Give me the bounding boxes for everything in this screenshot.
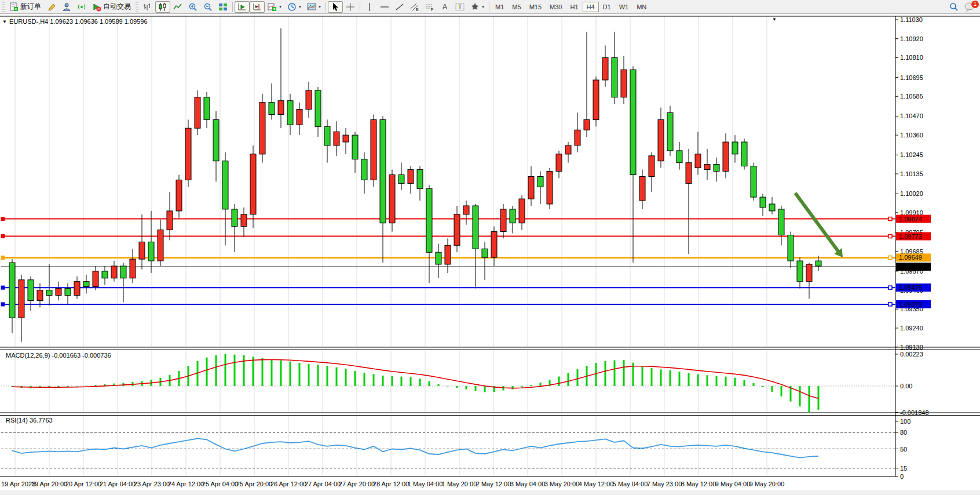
horizontal-line-icon — [380, 2, 389, 12]
chart-window: 19 Apr 202319 Apr 20:0020 Apr 12:0021 Ap… — [0, 14, 980, 495]
candle — [751, 166, 756, 198]
time-axis-label: 24 Apr 12:00 — [168, 481, 204, 487]
auto-trading-button[interactable]: 自动交易 — [89, 1, 134, 13]
candlestick-chart-button[interactable] — [155, 1, 170, 13]
mt4-terminal-window: { "toolbar": { "new_order_label": "新订单",… — [0, 0, 980, 495]
timeframe-button-m30[interactable]: M30 — [546, 2, 566, 12]
timeframe-button-h1[interactable]: H1 — [566, 2, 582, 12]
timeframe-toolbar: M1M5M15M30H1H4D1W1MN — [491, 2, 650, 12]
highlight-tool-button[interactable] — [44, 1, 59, 13]
candle — [65, 289, 71, 296]
price-axis-label: 1.09240 — [900, 325, 923, 332]
search-icon[interactable] — [949, 2, 958, 12]
fibonacci-tool[interactable]: F — [422, 1, 437, 13]
candle — [204, 97, 210, 120]
timeframe-button-m15[interactable]: M15 — [525, 2, 546, 12]
text-label-tool[interactable]: T — [452, 1, 467, 13]
candle — [185, 128, 191, 180]
price-axis-label: 1.10920 — [900, 35, 923, 42]
time-axis-label: 8 May 12:00 — [681, 481, 716, 487]
trendline-tool[interactable] — [392, 1, 407, 13]
candle — [658, 119, 664, 161]
macd-axis-label: 0.00 — [900, 383, 912, 390]
candle — [649, 156, 654, 177]
trendline-icon — [395, 2, 404, 12]
candle — [584, 119, 590, 130]
candle — [334, 132, 339, 145]
vertical-line-tool[interactable] — [362, 1, 377, 13]
rsi-axis-label: 50 — [900, 446, 907, 453]
timeframe-button-m1[interactable]: M1 — [491, 2, 508, 12]
auto-scroll-button[interactable] — [235, 1, 250, 13]
price-axis-label: 1.10810 — [900, 54, 923, 61]
line-chart-button[interactable] — [170, 1, 185, 13]
zoom-out-button[interactable] — [200, 1, 215, 13]
price-chart[interactable]: 19 Apr 202319 Apr 20:0020 Apr 12:0021 Ap… — [0, 14, 980, 495]
price-tag-label: 1.09649 — [899, 254, 922, 261]
candle — [426, 188, 432, 252]
timeframe-button-d1[interactable]: D1 — [599, 2, 615, 12]
rsi-axis-label: 0 — [900, 473, 904, 480]
indicators-dropdown[interactable]: ▾ — [265, 1, 284, 13]
toolbar-grip[interactable] — [2, 2, 5, 12]
timeframe-button-mn[interactable]: MN — [632, 2, 650, 12]
time-axis-label: 19 Apr 2023 — [1, 481, 35, 487]
crosshair-tool-button[interactable] — [343, 1, 358, 13]
label-icon: T — [455, 2, 465, 12]
profile-icon — [62, 2, 71, 12]
candle — [816, 261, 821, 266]
templates-dropdown[interactable]: ▾ — [304, 1, 324, 13]
text-icon: A — [440, 2, 449, 12]
toolbar-grip[interactable] — [136, 2, 138, 12]
highlighter-icon — [47, 2, 56, 12]
time-axis-label: 3 May 04:00 — [510, 481, 546, 487]
profile-button[interactable] — [59, 1, 74, 13]
bar-chart-button[interactable] — [140, 1, 155, 13]
candle — [222, 161, 228, 209]
candle — [232, 209, 237, 227]
zoom-in-button[interactable] — [185, 1, 200, 13]
timeframe-button-h4[interactable]: H4 — [583, 2, 599, 12]
templates-icon — [307, 2, 316, 12]
candle — [250, 154, 256, 214]
signal-button[interactable] — [74, 1, 89, 13]
chat-icon[interactable]: 1 — [964, 2, 975, 12]
timeframe-button-w1[interactable]: W1 — [615, 2, 633, 12]
price-tag-label: 1.09773 — [899, 233, 922, 240]
candle — [528, 177, 534, 199]
price-tag-label: 1.09874 — [899, 216, 922, 223]
tile-windows-button[interactable] — [215, 1, 231, 13]
candle — [704, 165, 710, 170]
candle — [19, 280, 24, 318]
main-toolbar: 新订单 自动交易 ▾ ▾ ▾ E F A T ▾ M1M5M1 — [0, 0, 980, 14]
candle — [158, 230, 163, 261]
channel-icon: E — [410, 2, 419, 12]
time-axis-label: 1 May 04:00 — [408, 481, 443, 487]
candle — [667, 113, 673, 151]
cursor-icon — [331, 2, 340, 12]
candle — [565, 145, 571, 154]
timeframe-button-m5[interactable]: M5 — [508, 2, 525, 12]
candle — [102, 271, 108, 278]
candle — [28, 280, 34, 301]
price-tag-label: 1.09475 — [899, 284, 922, 291]
toolbar-separator — [232, 2, 233, 12]
candle — [788, 235, 793, 261]
price-axis-label: 1.09130 — [900, 344, 923, 351]
indicators-icon — [268, 2, 277, 12]
rsi-axis-label: 15 — [900, 465, 907, 472]
new-order-button[interactable]: 新订单 — [6, 1, 44, 13]
cursor-tool-button[interactable] — [328, 1, 343, 13]
horizontal-line-tool[interactable] — [377, 1, 392, 13]
candle — [352, 135, 358, 159]
candle — [556, 154, 562, 172]
arrows-dropdown[interactable]: ▾ — [467, 1, 487, 13]
periods-dropdown[interactable]: ▾ — [284, 1, 304, 13]
chart-shift-button[interactable] — [250, 1, 265, 13]
equidistant-channel-tool[interactable]: E — [407, 1, 422, 13]
candle — [677, 151, 682, 163]
text-tool[interactable]: A — [437, 1, 452, 13]
candle — [519, 199, 525, 223]
candle — [195, 97, 200, 129]
auto-scroll-icon — [237, 2, 247, 12]
